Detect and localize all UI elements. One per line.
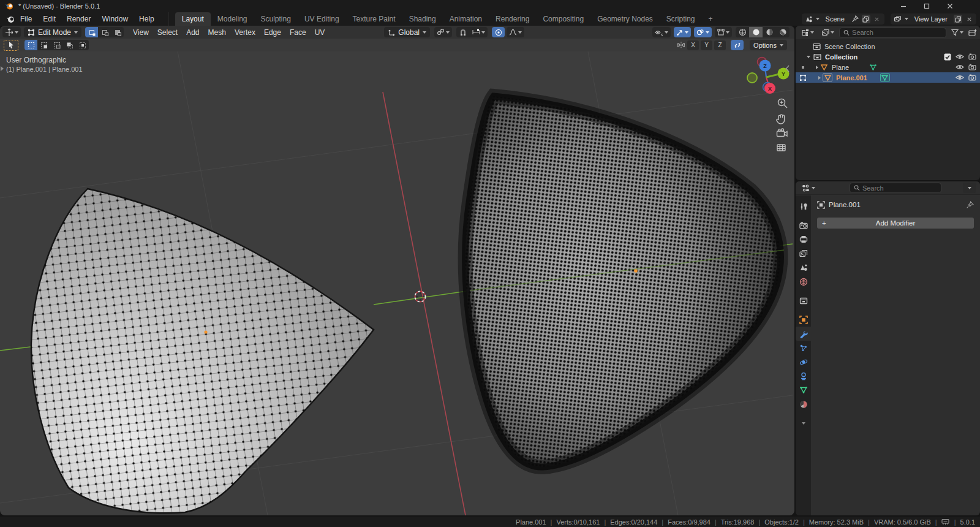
select-intersect-button[interactable] [76, 40, 89, 50]
collection-checkbox[interactable] [944, 53, 951, 61]
mode-selector[interactable]: Edit Mode [24, 27, 81, 37]
close-button[interactable] [938, 0, 962, 12]
tab-scripting[interactable]: Scripting [660, 12, 702, 26]
menu-help[interactable]: Help [134, 13, 160, 25]
tab-particles[interactable] [796, 341, 811, 355]
edge-select-button[interactable] [98, 27, 111, 37]
new-scene-copy-icon[interactable] [862, 15, 870, 23]
transform-orientation-selector[interactable]: Global [384, 27, 430, 37]
view-layer-selector[interactable]: View Layer [891, 13, 976, 25]
proportional-falloff-selector[interactable] [507, 27, 524, 37]
options-dropdown[interactable]: Options [750, 40, 787, 50]
collection-hide-eye-icon[interactable] [956, 53, 964, 60]
gizmo-minus-y-ball[interactable] [747, 73, 757, 83]
row-scene-collection[interactable]: Scene Collection [796, 41, 980, 51]
viewport-menu-vertex[interactable]: Vertex [230, 27, 260, 38]
maximize-button[interactable] [915, 0, 938, 12]
pin-icon[interactable] [851, 15, 859, 23]
active-tool-tweak-button[interactable] [4, 40, 18, 51]
orthographic-grid-icon[interactable] [777, 145, 785, 151]
plane-expander[interactable] [816, 66, 818, 69]
menu-window[interactable]: Window [96, 13, 134, 25]
viewport-menu-select[interactable]: Select [153, 27, 182, 38]
select-invert-button[interactable] [63, 40, 76, 50]
menu-edit[interactable]: Edit [37, 13, 61, 25]
new-collection-button[interactable] [968, 28, 977, 37]
unlink-scene-icon[interactable] [873, 15, 881, 23]
tab-layout[interactable]: Layout [175, 12, 211, 26]
navigation-gizmo[interactable]: Z X Y [747, 58, 790, 94]
mirror-x-toggle[interactable]: X [687, 40, 699, 50]
properties-tabs-overflow-caret[interactable] [796, 416, 811, 430]
tab-physics[interactable] [796, 355, 811, 369]
left-mesh-object[interactable] [31, 189, 374, 513]
viewport-menu-edge[interactable]: Edge [260, 27, 285, 38]
tab-output[interactable] [796, 232, 811, 246]
outliner-search-input[interactable] [852, 29, 942, 36]
tab-world[interactable] [796, 275, 811, 289]
tab-collection-props[interactable] [796, 294, 811, 308]
scene-selector[interactable]: Scene [802, 13, 884, 25]
select-extend-button[interactable] [37, 40, 50, 50]
outliner-search[interactable] [839, 28, 946, 38]
tab-shading[interactable]: Shading [402, 12, 443, 26]
viewport-canvas[interactable]: Z X Y User Or [0, 51, 794, 515]
view-layer-browse-caret[interactable] [905, 18, 908, 20]
tab-object-data[interactable] [796, 383, 811, 397]
view-layer-name[interactable]: View Layer [911, 15, 951, 23]
object-type-visibility-selector[interactable] [652, 27, 671, 37]
properties-search[interactable] [850, 183, 941, 193]
rendered-shading-button[interactable] [776, 27, 790, 37]
row-plane-001[interactable]: Plane.001 [796, 72, 980, 83]
plane-render-camera-icon[interactable] [968, 64, 976, 70]
row-plane[interactable]: Plane [796, 62, 980, 72]
pivot-point-selector[interactable] [434, 27, 452, 37]
plane-001-hide-eye-icon[interactable] [956, 74, 964, 81]
vertex-select-button[interactable] [85, 27, 98, 37]
tab-rendering[interactable]: Rendering [489, 12, 536, 26]
outliner-editor-type-selector[interactable] [799, 28, 816, 38]
menu-render[interactable]: Render [61, 13, 96, 25]
outliner-filter-button[interactable] [949, 28, 966, 38]
tab-sculpting[interactable]: Sculpting [254, 12, 298, 26]
material-preview-shading-button[interactable] [763, 27, 776, 37]
tab-texture-paint[interactable]: Texture Paint [346, 12, 402, 26]
menu-file[interactable]: File [15, 13, 37, 25]
snap-toggle-magnet-icon[interactable] [456, 27, 469, 37]
properties-editor-type-selector[interactable] [799, 183, 818, 193]
collection-expander[interactable] [807, 56, 810, 58]
tab-view-layer[interactable] [796, 246, 811, 260]
snap-with-selector[interactable] [469, 27, 488, 37]
pin-id-icon[interactable] [965, 200, 974, 209]
new-view-layer-copy-icon[interactable] [954, 15, 962, 23]
outliner-display-mode-selector[interactable] [819, 28, 837, 38]
properties-options-caret[interactable] [963, 183, 976, 193]
tab-tool[interactable] [796, 199, 811, 213]
3d-viewport[interactable]: Edit Mode View Select Add Mesh Vertex Ed… [0, 26, 794, 515]
plane-001-render-camera-icon[interactable] [968, 74, 976, 81]
row-collection[interactable]: Collection [796, 51, 980, 62]
face-select-button[interactable] [111, 27, 124, 37]
tab-compositing[interactable]: Compositing [536, 12, 590, 26]
wireframe-shading-button[interactable] [736, 27, 749, 37]
add-modifier-button[interactable]: + Add Modifier [817, 218, 974, 229]
breadcrumb-object-name[interactable]: Plane.001 [829, 201, 861, 208]
tab-object[interactable] [796, 313, 811, 327]
add-workspace-button[interactable]: + [702, 12, 720, 26]
viewport-menu-uv[interactable]: UV [311, 27, 330, 38]
tab-geometry-nodes[interactable]: Geometry Nodes [590, 12, 660, 26]
viewport-menu-mesh[interactable]: Mesh [204, 27, 230, 38]
tab-constraints[interactable] [796, 369, 811, 383]
show-overlays-toggle[interactable] [694, 27, 712, 37]
app-menu-blender-icon[interactable] [6, 15, 15, 23]
plane-001-expander[interactable] [818, 76, 821, 80]
tab-animation[interactable]: Animation [443, 12, 489, 26]
tab-material[interactable] [796, 397, 811, 411]
pan-view-icon[interactable] [777, 115, 785, 124]
right-mesh-object[interactable] [466, 96, 784, 467]
tab-modeling[interactable]: Modeling [211, 12, 254, 26]
tab-scene[interactable] [796, 260, 811, 275]
tab-modifiers[interactable] [796, 327, 811, 341]
minimize-button[interactable] [892, 0, 915, 12]
remove-view-layer-icon[interactable] [965, 15, 973, 23]
